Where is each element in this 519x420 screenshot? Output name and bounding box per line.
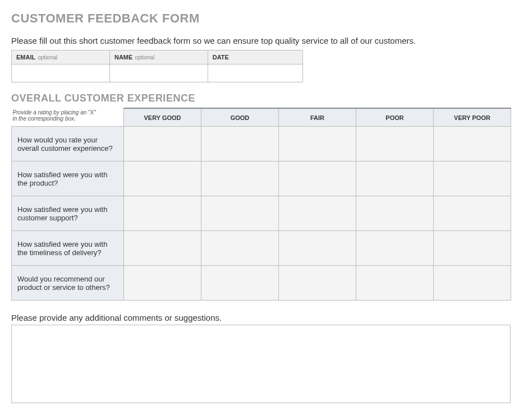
rating-cell[interactable] [357, 208, 433, 219]
info-header-name: NAMEoptional [109, 50, 208, 64]
rating-cell[interactable] [357, 139, 433, 150]
table-row: How would you rate your overall customer… [12, 127, 511, 161]
rating-cell[interactable] [434, 173, 510, 184]
rating-question: How satisfied were you with the product? [12, 161, 124, 196]
rating-cell[interactable] [434, 139, 510, 150]
rating-cell[interactable] [125, 139, 200, 150]
rating-hint-line2: in the corresponding box. [13, 116, 76, 122]
email-field[interactable] [16, 69, 105, 79]
rating-cell[interactable] [202, 208, 278, 219]
rating-question: How would you rate your overall customer… [12, 127, 124, 161]
rating-cell[interactable] [202, 139, 278, 150]
rating-question: How satisfied were you with customer sup… [12, 196, 124, 231]
rating-cell[interactable] [357, 278, 433, 289]
page-title: CUSTOMER FEEDBACK FORM [11, 11, 508, 26]
date-field[interactable] [213, 69, 298, 79]
rating-cell[interactable] [125, 278, 200, 289]
rating-col-fair: FAIR [279, 108, 356, 127]
rating-cell[interactable] [434, 243, 510, 254]
rating-cell[interactable] [125, 173, 200, 184]
intro-text: Please fill out this short customer feed… [11, 36, 508, 45]
rating-cell[interactable] [202, 243, 278, 254]
rating-cell[interactable] [202, 278, 278, 289]
rating-cell[interactable] [434, 278, 510, 289]
rating-cell[interactable] [279, 173, 355, 184]
rating-hint-line1: Provide a rating by placing an "X" [13, 109, 96, 116]
comments-field[interactable] [11, 325, 511, 403]
rating-cell[interactable] [357, 173, 433, 184]
table-row: How satisfied were you with customer sup… [12, 196, 511, 231]
rating-table: Provide a rating by placing an "X" in th… [11, 108, 511, 301]
rating-cell[interactable] [125, 208, 200, 219]
rating-question: How satisfied were you with the timeline… [12, 231, 124, 266]
rating-col-very-poor: VERY POOR [434, 108, 511, 127]
info-optional: optional [38, 54, 57, 61]
rating-col-good: GOOD [201, 108, 279, 127]
name-field[interactable] [114, 69, 203, 79]
rating-cell[interactable] [279, 243, 355, 254]
rating-hint: Provide a rating by placing an "X" in th… [12, 108, 124, 127]
rating-cell[interactable] [279, 208, 355, 219]
rating-col-very-good: VERY GOOD [124, 108, 201, 127]
info-label: DATE [213, 54, 229, 61]
info-label: EMAIL [16, 54, 35, 61]
rating-cell[interactable] [125, 243, 200, 254]
rating-cell[interactable] [279, 278, 355, 289]
comments-label: Please provide any additional comments o… [11, 313, 508, 322]
info-table: EMAILoptional NAMEoptional DATE [11, 50, 303, 82]
table-row: Would you recommend our product or servi… [12, 266, 511, 301]
rating-cell[interactable] [357, 243, 433, 254]
rating-cell[interactable] [434, 208, 510, 219]
table-row: How satisfied were you with the timeline… [12, 231, 511, 266]
info-header-email: EMAILoptional [12, 50, 110, 64]
rating-question: Would you recommend our product or servi… [12, 266, 124, 301]
section-title: OVERALL CUSTOMER EXPERIENCE [11, 93, 508, 104]
rating-cell[interactable] [279, 139, 355, 150]
table-row: How satisfied were you with the product? [12, 161, 511, 196]
info-header-date: DATE [208, 50, 302, 64]
info-label: NAME [114, 54, 132, 61]
info-optional: optional [135, 54, 154, 61]
rating-cell[interactable] [202, 173, 278, 184]
rating-col-poor: POOR [356, 108, 434, 127]
